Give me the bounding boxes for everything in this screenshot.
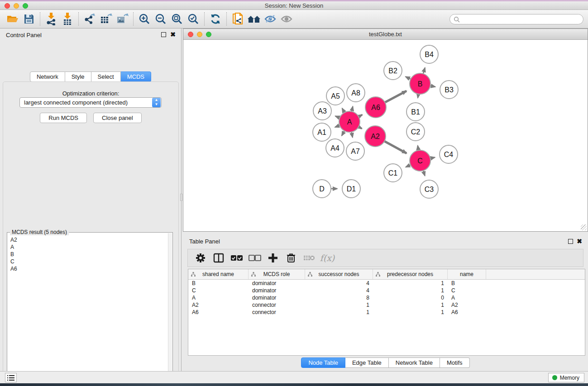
graph-node[interactable]: B bbox=[410, 73, 430, 94]
graph-edge[interactable] bbox=[406, 76, 411, 79]
close-panel-button[interactable]: Close panel bbox=[93, 113, 142, 123]
float-panel-icon[interactable] bbox=[161, 32, 166, 37]
column-header[interactable]: predecessor nodes bbox=[373, 269, 448, 279]
save-session-button[interactable] bbox=[21, 11, 37, 27]
graph-node[interactable]: A7 bbox=[346, 142, 364, 160]
optimization-criterion-select[interactable]: largest connected component (directed) ▲… bbox=[19, 97, 162, 108]
table-cell[interactable]: connector bbox=[249, 301, 305, 309]
export-table-button[interactable] bbox=[98, 11, 114, 27]
mcds-result-item[interactable]: C bbox=[8, 258, 168, 265]
table-cell[interactable]: 1 bbox=[305, 301, 373, 309]
graph-node[interactable]: B3 bbox=[440, 81, 458, 99]
table-cell[interactable]: connector bbox=[249, 309, 305, 316]
graph-edge[interactable] bbox=[335, 125, 339, 127]
delete-table-button[interactable] bbox=[301, 251, 317, 265]
table-cell[interactable]: 1 bbox=[305, 309, 373, 316]
table-cell[interactable]: C bbox=[448, 287, 486, 294]
tab-select[interactable]: Select bbox=[91, 71, 121, 82]
graph-edge[interactable] bbox=[359, 114, 362, 116]
network-canvas[interactable]: B4B2BB3A8A5A6A3B1AC2A1A2A4A7C4CC1DD1C3 bbox=[183, 40, 588, 231]
hide-selected-button[interactable] bbox=[262, 11, 278, 27]
column-header[interactable]: name bbox=[448, 269, 486, 279]
tab-style[interactable]: Style bbox=[65, 71, 91, 82]
new-network-from-selection-button[interactable] bbox=[229, 11, 246, 27]
select-all-rows-button[interactable] bbox=[229, 251, 245, 265]
graph-node[interactable]: A8 bbox=[347, 84, 365, 102]
column-header[interactable]: shared name bbox=[188, 269, 249, 279]
mcds-result-item[interactable]: A6 bbox=[8, 265, 168, 272]
graph-node[interactable]: B4 bbox=[420, 45, 438, 63]
zoom-out-button[interactable] bbox=[153, 11, 169, 27]
function-builder-button[interactable]: f(x) bbox=[319, 251, 335, 265]
table-cell[interactable]: 4 bbox=[305, 280, 373, 287]
refresh-layout-button[interactable] bbox=[207, 11, 224, 27]
graph-node[interactable]: A bbox=[339, 111, 360, 132]
graph-node[interactable]: B2 bbox=[384, 62, 402, 80]
search-field[interactable] bbox=[449, 14, 583, 24]
memory-button[interactable]: Memory bbox=[548, 373, 584, 382]
table-cell[interactable]: dominator bbox=[249, 294, 305, 301]
table-cell[interactable]: A2 bbox=[188, 301, 249, 309]
tab-motifs[interactable]: Motifs bbox=[440, 357, 470, 368]
network-graph[interactable]: B4B2BB3A8A5A6A3B1AC2A1A2A4A7C4CC1DD1C3 bbox=[183, 40, 588, 231]
graph-edge[interactable] bbox=[335, 116, 340, 118]
mcds-result-item[interactable]: B bbox=[8, 251, 168, 258]
table-cell[interactable]: A6 bbox=[448, 309, 486, 316]
graph-edge[interactable] bbox=[406, 165, 411, 167]
table-cell[interactable]: 1 bbox=[373, 287, 448, 294]
graph-edge[interactable] bbox=[342, 131, 344, 136]
table-cell[interactable]: A6 bbox=[188, 309, 249, 316]
column-header[interactable]: MCDS role bbox=[249, 269, 305, 279]
graph-edge[interactable] bbox=[352, 106, 353, 111]
graph-edge[interactable] bbox=[430, 86, 435, 87]
table-row[interactable]: A2connector11A2 bbox=[188, 301, 585, 309]
table-cell[interactable]: A bbox=[188, 294, 249, 301]
graph-node[interactable]: C4 bbox=[440, 145, 458, 163]
table-cell[interactable]: 0 bbox=[373, 294, 448, 301]
window-resize-grip[interactable] bbox=[581, 224, 587, 230]
graph-edge[interactable] bbox=[352, 132, 353, 138]
graph-node[interactable]: C3 bbox=[420, 180, 438, 198]
table-cell[interactable]: A2 bbox=[448, 301, 486, 309]
zoom-fit-button[interactable] bbox=[169, 11, 185, 27]
table-cell[interactable]: dominator bbox=[249, 287, 305, 294]
search-input[interactable] bbox=[460, 15, 583, 24]
add-column-button[interactable] bbox=[265, 251, 281, 265]
show-all-button[interactable] bbox=[278, 11, 295, 27]
first-neighbors-button[interactable] bbox=[246, 11, 262, 27]
open-file-button[interactable] bbox=[5, 11, 21, 27]
graph-edge[interactable] bbox=[418, 94, 418, 98]
graph-node[interactable]: A4 bbox=[326, 139, 344, 157]
graph-edge[interactable] bbox=[384, 141, 406, 153]
task-history-button[interactable] bbox=[5, 373, 17, 382]
column-settings-button[interactable] bbox=[192, 251, 209, 265]
table-cell[interactable]: C bbox=[188, 287, 249, 294]
table-cell[interactable]: A bbox=[448, 294, 486, 301]
float-table-panel-icon[interactable] bbox=[568, 239, 573, 244]
show-columns-button[interactable] bbox=[210, 251, 227, 265]
close-panel-icon[interactable]: ✖ bbox=[170, 31, 176, 38]
graph-edge[interactable] bbox=[385, 91, 406, 102]
tab-network-table[interactable]: Network Table bbox=[389, 357, 440, 368]
zoom-in-button[interactable] bbox=[136, 11, 153, 27]
tab-node-table[interactable]: Node Table bbox=[301, 357, 345, 368]
table-cell[interactable]: dominator bbox=[249, 280, 305, 287]
graph-node[interactable]: A6 bbox=[365, 97, 386, 118]
mcds-result-item[interactable]: A bbox=[8, 243, 168, 251]
graph-node[interactable]: A1 bbox=[313, 123, 331, 141]
graph-edge[interactable] bbox=[418, 146, 419, 151]
graph-edge[interactable] bbox=[423, 171, 425, 176]
import-table-button[interactable] bbox=[59, 11, 76, 27]
graph-node[interactable]: A5 bbox=[326, 87, 344, 105]
export-network-button[interactable] bbox=[81, 11, 98, 27]
table-row[interactable]: Bdominator41B bbox=[188, 280, 585, 287]
graph-node[interactable]: D bbox=[313, 180, 331, 198]
table-cell[interactable]: 8 bbox=[305, 294, 373, 301]
splitter-handle[interactable] bbox=[180, 194, 182, 201]
delete-columns-button[interactable] bbox=[283, 251, 299, 265]
graph-edge[interactable] bbox=[430, 157, 435, 158]
table-row[interactable]: Adominator80A bbox=[188, 294, 585, 301]
table-cell[interactable]: 1 bbox=[373, 301, 448, 309]
graph-edge[interactable] bbox=[359, 127, 362, 129]
tab-mcds[interactable]: MCDS bbox=[121, 71, 151, 82]
